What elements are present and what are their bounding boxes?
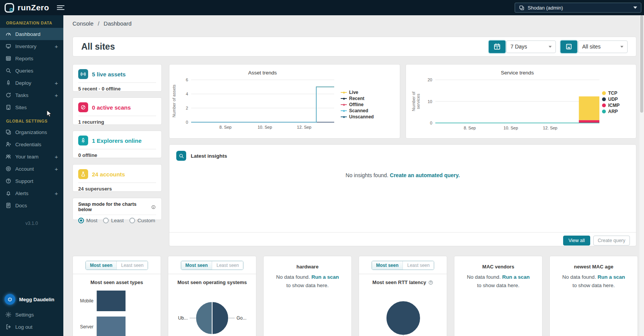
sidebar-item-settings[interactable]: Settings <box>0 309 63 321</box>
plus-icon[interactable]: + <box>55 191 58 196</box>
summary-card-title[interactable]: 5 live assets <box>92 71 126 78</box>
service-trends-chart: Service trends01020Number ofservices8. S… <box>406 65 636 141</box>
legend-marker <box>602 103 606 107</box>
sidebar-item-account[interactable]: Account + <box>0 163 63 175</box>
sidebar-item-label: Deploy <box>15 80 31 86</box>
sidebar-item-deploy[interactable]: Deploy + <box>0 77 63 89</box>
asset-trends-card: Asset trends0246Number of assets8. Sep10… <box>169 64 400 139</box>
toggle-most-seen[interactable]: Most seen <box>86 261 117 270</box>
sidebar-item-logout[interactable]: Log out <box>0 321 63 333</box>
summary-card-subtitle: 24 superusers <box>78 186 156 192</box>
swap-mode-card: Swap mode for the charts below Most Leas… <box>72 198 162 220</box>
sidebar-item-label: Organizations <box>15 129 47 135</box>
svg-text:0: 0 <box>186 120 188 124</box>
sidebar-item-inventory[interactable]: Inventory + <box>0 40 63 52</box>
legend-item-arp[interactable]: ARP <box>602 109 620 114</box>
radio-most[interactable]: Most <box>78 218 97 223</box>
plus-icon[interactable]: + <box>55 80 58 86</box>
divider <box>78 116 156 116</box>
building-icon[interactable] <box>560 40 577 53</box>
legend-item-icmp[interactable]: ICMP <box>602 103 620 108</box>
sidebar-item-alerts[interactable]: Alerts + <box>0 187 63 199</box>
sidebar-section-label-global-settings: GLOBAL SETTINGS <box>0 113 63 126</box>
plus-icon[interactable]: + <box>55 92 58 98</box>
summary-card-title[interactable]: 0 active scans <box>92 104 131 111</box>
sidebar-item-reports[interactable]: Reports <box>0 52 63 65</box>
legend-item-recent[interactable]: Recent <box>341 96 374 101</box>
sidebar-item-dashboard[interactable]: Dashboard <box>0 28 63 40</box>
sidebar-item-sites[interactable]: Sites <box>0 101 63 113</box>
plus-icon[interactable]: + <box>55 44 58 49</box>
menu-icon[interactable] <box>55 4 66 11</box>
site-filter-select[interactable]: All sites <box>578 40 628 53</box>
inventory-icon <box>5 43 11 49</box>
page-title: All sites <box>81 42 115 52</box>
svg-text:20: 20 <box>428 78 432 82</box>
sidebar-item-label: Docs <box>15 203 27 208</box>
legend-label: Scanned <box>349 108 368 113</box>
newest-mac-age-empty-state: No data found. Run a scan to show data h… <box>550 273 638 290</box>
live-assets-icon <box>78 69 88 79</box>
radio-least[interactable]: Least <box>103 218 124 223</box>
sidebar-item-organizations[interactable]: Organizations <box>0 126 63 138</box>
operating-systems-card: Most seen Least seen Most seen operating… <box>168 256 256 336</box>
info-icon[interactable] <box>151 205 156 210</box>
legend-item-offline[interactable]: Offline <box>341 102 374 107</box>
organizations-icon <box>5 129 11 135</box>
legend-item-tcp[interactable]: TCP <box>602 90 620 96</box>
sidebar-item-support[interactable]: Support <box>0 175 63 187</box>
breadcrumb-console[interactable]: Console <box>72 20 93 27</box>
sidebar-item-docs[interactable]: Docs <box>0 199 63 212</box>
dashboard-icon <box>5 31 11 37</box>
legend-item-unscanned[interactable]: Unscanned <box>341 114 374 120</box>
radio-dot[interactable] <box>78 218 84 223</box>
view-all-button[interactable]: View all <box>563 236 590 246</box>
user-menu[interactable]: Megg Daudelin <box>0 292 63 309</box>
sidebar-item-credentials[interactable]: Credentials <box>0 138 63 150</box>
legend-item-scanned[interactable]: Scanned <box>341 108 374 113</box>
sidebar-item-your-team[interactable]: Your team + <box>0 150 63 163</box>
legend-marker <box>341 97 347 100</box>
hardware-title: hardware <box>264 264 351 270</box>
bar-server[interactable] <box>97 317 126 336</box>
calendar-icon[interactable] <box>489 40 506 53</box>
breadcrumb-page: Dashboard <box>104 20 132 27</box>
radio-dot[interactable] <box>129 218 135 223</box>
summary-card-active-scans[interactable]: 0 active scans 1 recurring <box>72 97 162 125</box>
runzero-logo[interactable]: runZero <box>0 3 49 13</box>
summary-card-accounts[interactable]: 24 accounts 24 superusers <box>72 164 162 192</box>
topbar: runZero Shodan (admin) <box>0 0 644 15</box>
plus-icon[interactable]: + <box>55 166 58 172</box>
summary-card-live-assets[interactable]: 5 live assets 5 recent · 0 offline <box>72 64 162 92</box>
create-query-button[interactable]: Create query <box>593 236 630 246</box>
summary-card-title[interactable]: 24 accounts <box>92 171 125 178</box>
organization-selector[interactable]: Shodan (admin) <box>515 3 641 13</box>
summary-card-title[interactable]: 1 Explorers online <box>92 137 142 144</box>
time-range-select[interactable]: 7 Days <box>506 40 556 53</box>
scrollbar[interactable] <box>639 15 644 336</box>
legend-item-live[interactable]: Live <box>341 90 374 95</box>
hardware-empty-state: No data found. Run a scan to show data h… <box>264 273 351 290</box>
radio-dot[interactable] <box>103 218 109 223</box>
run-a-scan-link[interactable]: Run a scan <box>502 274 530 280</box>
sidebar-item-tasks[interactable]: Tasks + <box>0 89 63 101</box>
sidebar-item-queries[interactable]: Queries <box>0 65 63 77</box>
scrollbar-thumb[interactable] <box>640 15 643 113</box>
svg-text:2: 2 <box>186 106 188 110</box>
gear-icon <box>5 312 11 318</box>
run-a-scan-link[interactable]: Run a scan <box>597 274 625 280</box>
plus-icon[interactable]: + <box>55 154 58 160</box>
asset-types-bar-chart: MobileServer <box>73 291 156 336</box>
org-badge-icon <box>519 5 525 11</box>
summary-card-explorers[interactable]: 1 Explorers online 0 offline <box>72 131 162 158</box>
legend-marker <box>341 115 347 118</box>
create-automated-query-link[interactable]: Create an automated query. <box>390 172 460 178</box>
bar-mobile[interactable] <box>97 291 126 311</box>
run-a-scan-link[interactable]: Run a scan <box>311 274 339 280</box>
asset-types-card: Most seen Least seen Most seen asset typ… <box>72 256 161 336</box>
bar-row-mobile: Mobile <box>73 291 156 311</box>
radio-custom[interactable]: Custom <box>129 218 155 223</box>
support-icon <box>5 178 11 184</box>
legend-item-udp[interactable]: UDP <box>602 97 620 102</box>
toggle-least-seen[interactable]: Least seen <box>116 261 148 270</box>
